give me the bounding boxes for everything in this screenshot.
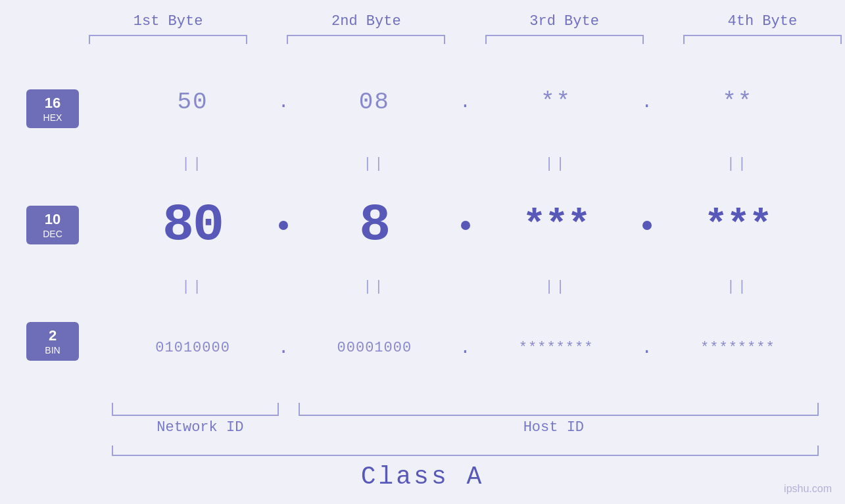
equal-row-1: || || || ||: [112, 154, 819, 173]
bin-sep-2: .: [456, 338, 475, 358]
bin-val-4: ********: [700, 340, 775, 356]
class-label: Class A: [361, 463, 485, 491]
eq-5: ||: [181, 279, 204, 295]
hex-sep-3: .: [637, 92, 657, 112]
eq-cell-6: ||: [293, 277, 455, 296]
bin-row: 01010000 . 00001000 . ******** .: [112, 296, 819, 400]
hex-dot-3: .: [637, 92, 657, 112]
bin-val-1: 01010000: [155, 340, 230, 356]
eq-6: ||: [363, 279, 385, 295]
dec-cell-1: 80: [112, 195, 274, 255]
dec-dot-2: [456, 221, 475, 230]
content-area: 16 HEX 10 DEC 2 BIN 50 .: [26, 51, 819, 400]
class-row: Class A: [26, 463, 819, 491]
bracket-host: [299, 403, 819, 416]
bracket-top-3: [485, 35, 644, 44]
hex-val-2: 08: [359, 89, 390, 116]
hex-badge: 16 HEX: [26, 89, 79, 127]
bin-cell-4: ********: [657, 340, 819, 356]
dec-row: 80 8 *** ***: [112, 173, 819, 277]
bottom-area: Network ID Host ID Class A: [26, 403, 819, 491]
header-row: 1st Byte 2nd Byte 3rd Byte 4th Byte: [69, 13, 845, 44]
byte-col-2: 2nd Byte: [267, 13, 465, 44]
dec-badge: 10 DEC: [26, 206, 79, 244]
dec-val-4: ***: [704, 203, 771, 248]
dec-sep-2: [461, 221, 470, 230]
eq-8: ||: [727, 279, 749, 295]
byte-label-1: 1st Byte: [133, 13, 203, 30]
bin-cell-3: ********: [475, 340, 637, 356]
byte-label-3: 3rd Byte: [529, 13, 599, 30]
bin-number: 2: [34, 327, 71, 344]
bin-sep-3: .: [637, 338, 657, 358]
bin-val-2: 00001000: [337, 340, 412, 356]
hex-val-1: 50: [178, 89, 208, 116]
eq-4: ||: [727, 156, 749, 172]
hex-number: 16: [34, 95, 71, 112]
id-labels-row: Network ID Host ID: [112, 419, 819, 436]
dec-dot-3: [637, 221, 657, 230]
hex-cell-3: **: [475, 89, 637, 116]
eq-3: ||: [544, 156, 567, 172]
bracket-network: [112, 403, 279, 416]
bracket-top-1: [89, 35, 247, 44]
eq-cell-5: ||: [112, 277, 274, 296]
bin-dot-1: .: [274, 338, 293, 358]
dec-sep-3: [642, 221, 652, 230]
large-bracket-row: [112, 446, 819, 456]
eq-1: ||: [181, 156, 204, 172]
hex-row: 50 . 08 . ** . **: [112, 51, 819, 154]
watermark: ipshu.com: [784, 483, 832, 495]
bin-dot-3: .: [637, 338, 657, 358]
dec-val-3: ***: [523, 203, 590, 248]
bin-cell-1: 01010000: [112, 340, 274, 356]
bracket-top-2: [287, 35, 445, 44]
byte-label-4: 4th Byte: [728, 13, 798, 30]
bracket-bottom-row: [112, 403, 819, 416]
dec-cell-3: ***: [475, 203, 637, 248]
dec-val-2: 8: [359, 195, 389, 255]
dec-cell-2: 8: [293, 195, 455, 255]
bin-badge: 2 BIN: [26, 322, 79, 360]
bin-label: BIN: [34, 345, 71, 355]
eq-2: ||: [363, 156, 385, 172]
byte-col-4: 4th Byte: [664, 13, 845, 44]
hex-label: HEX: [34, 112, 71, 123]
hex-cell-2: 08: [293, 89, 455, 116]
hex-cell-4: **: [657, 89, 819, 116]
bracket-top-4: [683, 35, 842, 44]
hex-sep-1: .: [274, 92, 293, 112]
bin-sep-1: .: [274, 338, 293, 358]
equal-signs-1: || || || ||: [112, 154, 819, 173]
equal-row-2: || || || ||: [112, 277, 819, 296]
eq-cell-4: ||: [657, 154, 819, 173]
byte-col-3: 3rd Byte: [466, 13, 664, 44]
hex-dot-2: .: [456, 92, 475, 112]
eq-cell-2: ||: [293, 154, 455, 173]
hex-sep-2: .: [456, 92, 475, 112]
byte-label-2: 2nd Byte: [331, 13, 401, 30]
bin-dot-2: .: [456, 338, 475, 358]
dec-dot-1: [274, 221, 293, 230]
dec-number: 10: [34, 211, 71, 228]
hex-cell-1: 50: [112, 89, 274, 116]
dec-cell-4: ***: [657, 203, 819, 248]
hex-val-4: **: [722, 89, 753, 116]
host-id-label: Host ID: [289, 419, 819, 436]
dec-val-1: 80: [162, 195, 223, 255]
eq-cell-3: ||: [475, 154, 637, 173]
bin-cell-2: 00001000: [293, 340, 455, 356]
eq-cell-7: ||: [475, 277, 637, 296]
main-container: 1st Byte 2nd Byte 3rd Byte 4th Byte 16 H…: [0, 0, 845, 504]
eq-cell-8: ||: [657, 277, 819, 296]
byte-col-1: 1st Byte: [69, 13, 267, 44]
grid-area: 50 . 08 . ** . **: [112, 51, 819, 400]
dec-sep-1: [279, 221, 288, 230]
network-id-label: Network ID: [112, 419, 289, 436]
left-labels: 16 HEX 10 DEC 2 BIN: [26, 51, 112, 400]
equal-signs-2: || || || ||: [112, 277, 819, 296]
bin-val-3: ********: [519, 340, 594, 356]
dec-label: DEC: [34, 229, 71, 239]
eq-7: ||: [544, 279, 567, 295]
eq-cell-1: ||: [112, 154, 274, 173]
